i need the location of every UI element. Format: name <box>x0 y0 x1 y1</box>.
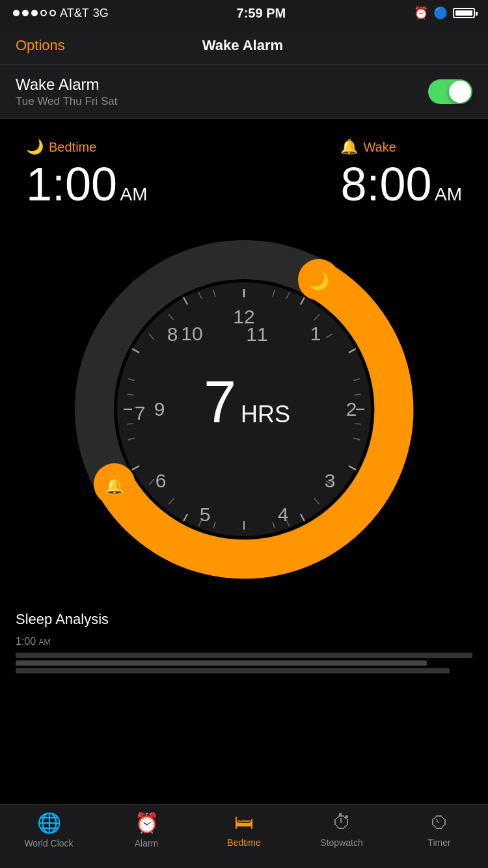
signal-dots <box>13 10 56 16</box>
bell-icon: 🔔 <box>340 139 358 156</box>
wake-block: 🔔 Wake 8:00 AM <box>340 139 462 208</box>
tab-timer[interactable]: ⏲ Timer <box>390 811 488 848</box>
clock-svg: 12 1 2 3 4 5 6 7 8 9 10 11 7 HRS 🌙 🔔 <box>62 227 426 591</box>
tab-bar: 🌐 World Clock ⏰ Alarm 🛏 Bedtime ⏱ Stopwa… <box>0 804 488 868</box>
wake-label-text: Wake <box>363 140 396 155</box>
svg-text:8: 8 <box>167 323 178 345</box>
tab-world-clock[interactable]: 🌐 World Clock <box>0 811 98 848</box>
status-left: AT&T 3G <box>13 7 109 20</box>
wake-value: 8:00 <box>340 158 431 210</box>
dot-1 <box>13 10 20 16</box>
wake-label: 🔔 Wake <box>340 139 462 156</box>
sleep-start-period: AM <box>39 638 51 647</box>
sleep-analysis: Sleep Analysis 1:00 AM <box>0 598 488 680</box>
svg-text:10: 10 <box>181 323 202 344</box>
carrier-label: AT&T <box>60 7 89 20</box>
timer-label: Timer <box>427 837 450 848</box>
alarm-status-icon: ⏰ <box>414 6 428 20</box>
svg-text:🌙: 🌙 <box>308 271 330 292</box>
moon-icon: 🌙 <box>26 139 44 156</box>
status-right: ⏰ 🔵 <box>414 6 475 20</box>
svg-text:3: 3 <box>325 470 336 491</box>
sleep-analysis-title: Sleep Analysis <box>16 611 472 628</box>
alarm-icon: ⏰ <box>135 811 159 834</box>
svg-line-20 <box>355 424 361 424</box>
clock-wrapper: 12 1 2 3 4 5 6 7 8 9 10 11 7 HRS 🌙 🔔 <box>62 227 426 591</box>
nav-title: Wake Alarm <box>202 37 283 54</box>
stopwatch-icon: ⏱ <box>332 811 351 834</box>
svg-text:9: 9 <box>154 398 165 420</box>
sleep-bar-1 <box>16 653 472 658</box>
tab-bedtime[interactable]: 🛏 Bedtime <box>195 811 293 848</box>
svg-line-19 <box>355 394 361 395</box>
svg-text:2: 2 <box>346 398 357 420</box>
dot-4 <box>40 10 47 16</box>
bluetooth-icon: 🔵 <box>433 6 448 20</box>
svg-text:🔔: 🔔 <box>105 476 124 495</box>
svg-text:1: 1 <box>310 323 321 344</box>
tab-alarm[interactable]: ⏰ Alarm <box>98 811 195 848</box>
times-section: 🌙 Bedtime 1:00 AM 🔔 Wake 8:00 AM <box>0 119 488 221</box>
sleep-bars <box>16 653 472 673</box>
world-clock-icon: 🌐 <box>37 811 61 834</box>
world-clock-label: World Clock <box>24 838 73 848</box>
svg-line-24 <box>127 424 133 424</box>
sleep-start-time: 1:00 <box>16 636 36 647</box>
toggle-knob <box>449 81 471 103</box>
svg-text:5: 5 <box>200 504 211 525</box>
wake-alarm-toggle[interactable] <box>428 79 472 104</box>
dot-5 <box>49 10 56 16</box>
svg-text:11: 11 <box>246 323 267 345</box>
bedtime-time: 1:00 AM <box>26 161 148 208</box>
bedtime-label: 🌙 Bedtime <box>26 139 148 156</box>
dot-2 <box>22 10 29 16</box>
bedtime-period: AM <box>120 184 148 204</box>
bedtime-value: 1:00 <box>26 158 117 210</box>
bedtime-block: 🌙 Bedtime 1:00 AM <box>26 139 148 208</box>
wake-period: AM <box>435 184 462 204</box>
clock-section: 12 1 2 3 4 5 6 7 8 9 10 11 7 HRS 🌙 🔔 <box>0 221 488 598</box>
svg-text:4: 4 <box>278 504 289 525</box>
network-label: 3G <box>93 7 109 20</box>
svg-text:6: 6 <box>156 470 167 491</box>
status-time: 7:59 PM <box>237 6 286 21</box>
battery-fill <box>455 10 472 16</box>
wake-alarm-row: Wake Alarm Tue Wed Thu Fri Sat <box>0 65 488 119</box>
alarm-label: Alarm <box>135 838 159 848</box>
svg-text:7: 7 <box>135 402 146 424</box>
wake-alarm-title: Wake Alarm <box>16 75 118 94</box>
status-bar: AT&T 3G 7:59 PM ⏰ 🔵 <box>0 0 488 26</box>
dot-3 <box>31 10 38 16</box>
battery-indicator <box>453 8 475 18</box>
svg-text:7: 7 <box>204 370 236 435</box>
stopwatch-label: Stopwatch <box>320 837 362 848</box>
svg-line-23 <box>127 394 133 395</box>
bedtime-tab-label: Bedtime <box>227 837 260 848</box>
wake-alarm-text: Wake Alarm Tue Wed Thu Fri Sat <box>16 75 118 108</box>
wake-alarm-days: Tue Wed Thu Fri Sat <box>16 95 118 108</box>
tab-stopwatch[interactable]: ⏱ Stopwatch <box>293 811 390 848</box>
nav-bar: Options Wake Alarm <box>0 26 488 65</box>
sleep-time-label: 1:00 AM <box>16 636 472 647</box>
options-button[interactable]: Options <box>16 37 65 54</box>
bedtime-icon: 🛏 <box>234 811 254 834</box>
timer-icon: ⏲ <box>429 811 449 834</box>
sleep-bar-3 <box>16 668 450 673</box>
sleep-bar-2 <box>16 660 427 666</box>
bedtime-label-text: Bedtime <box>49 140 96 155</box>
wake-time: 8:00 AM <box>340 161 462 208</box>
svg-text:HRS: HRS <box>241 401 290 427</box>
